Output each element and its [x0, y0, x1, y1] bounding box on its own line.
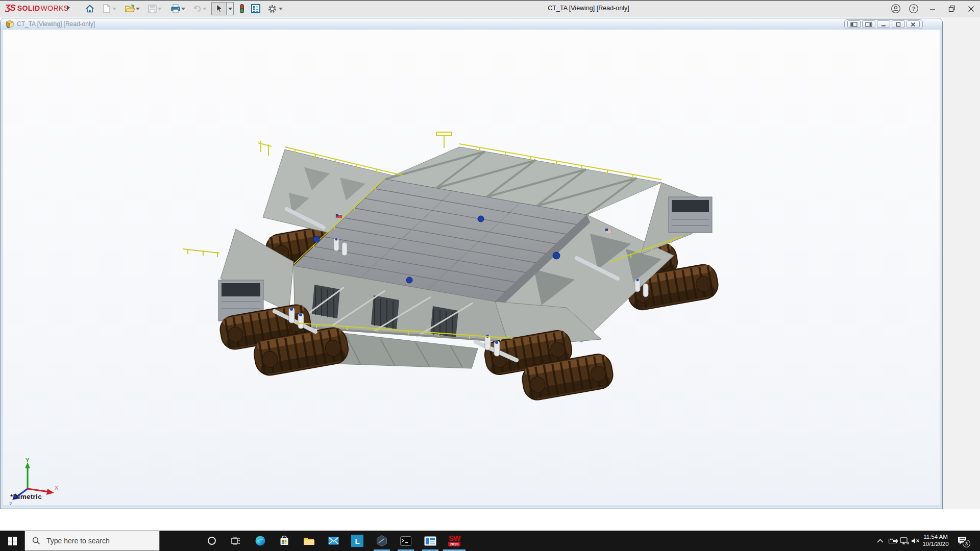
- open-icon[interactable]: [125, 4, 135, 14]
- clock[interactable]: 11:54 AM 10/1/2020: [921, 533, 950, 547]
- print-caret-icon[interactable]: [181, 7, 186, 11]
- app-background-right: [943, 18, 980, 509]
- command-prompt-icon[interactable]: [394, 531, 418, 551]
- select-tool-caret-icon[interactable]: [227, 2, 234, 15]
- window-top-edge: [0, 0, 980, 1]
- document-window-buttons: [844, 19, 923, 29]
- start-button[interactable]: [0, 531, 24, 551]
- document-titlebar[interactable]: CT_TA [Viewing] [Read-only]: [1, 18, 942, 30]
- store-icon[interactable]: [272, 531, 297, 551]
- app-window-title: CT_TA [Viewing] [Read-only]: [525, 5, 652, 12]
- search-input[interactable]: [45, 536, 148, 545]
- hexagon-app-icon[interactable]: [370, 531, 394, 551]
- network-display-icon[interactable]: [898, 531, 911, 551]
- solidworks-2020-icon[interactable]: SW 2020: [442, 531, 467, 551]
- restore-button[interactable]: [945, 2, 959, 15]
- document-window: CT_TA [Viewing] [Read-only]: [0, 18, 943, 509]
- task-view-icon[interactable]: [224, 531, 248, 551]
- collapse-left-pane-button[interactable]: [847, 20, 861, 28]
- undo-caret-icon[interactable]: [202, 7, 207, 11]
- tray-date: 10/1/2020: [921, 540, 950, 547]
- help-icon[interactable]: ?: [907, 2, 920, 15]
- volume-muted-icon[interactable]: [910, 531, 922, 551]
- view-orientation-label: *Dimetric: [10, 493, 42, 500]
- sw-version-badge: 2020: [448, 542, 460, 546]
- select-tool-button[interactable]: [211, 2, 227, 15]
- doc-restore-button[interactable]: [892, 20, 905, 28]
- battery-icon[interactable]: [887, 531, 899, 551]
- document-title: CT_TA [Viewing] [Read-only]: [17, 20, 95, 28]
- cortana-icon[interactable]: [200, 531, 224, 551]
- app-background-bottom: [0, 510, 980, 531]
- mail-icon[interactable]: [321, 531, 346, 551]
- triad-z-label: Z: [9, 502, 12, 505]
- account-icon[interactable]: [889, 2, 902, 15]
- performance-lights-icon[interactable]: [237, 4, 247, 14]
- logo-flyout-arrow-icon[interactable]: [67, 5, 70, 10]
- labview-icon[interactable]: L: [345, 531, 370, 551]
- save-caret-icon[interactable]: [157, 7, 162, 11]
- report-table-icon[interactable]: [251, 4, 261, 14]
- window-app-icon[interactable]: [418, 531, 443, 551]
- svg-text:?: ?: [912, 6, 916, 12]
- hidden-icons-chevron[interactable]: [874, 531, 886, 551]
- notification-count-badge: 3: [963, 540, 970, 547]
- graphics-viewport[interactable]: Y X Z *Dimetric: [3, 30, 940, 505]
- triad-x-label: X: [55, 485, 59, 491]
- close-button[interactable]: [964, 2, 977, 15]
- options-caret-icon[interactable]: [278, 7, 283, 11]
- tray-time: 11:54 AM: [921, 533, 950, 540]
- edge-icon[interactable]: [248, 531, 273, 551]
- expand-right-pane-button[interactable]: [862, 20, 875, 28]
- open-caret-icon[interactable]: [135, 7, 140, 11]
- brand-3ds-glyph: ƷS: [5, 3, 15, 13]
- minimize-button[interactable]: [926, 2, 939, 15]
- print-icon[interactable]: [170, 4, 181, 14]
- app-titlebar: ƷS SOLIDWORKS: [0, 0, 980, 17]
- assembly-document-icon: [6, 20, 14, 29]
- taskbar-search[interactable]: [24, 531, 160, 551]
- file-explorer-icon[interactable]: [297, 531, 321, 551]
- search-icon: [32, 537, 40, 545]
- doc-minimize-button[interactable]: [877, 20, 890, 28]
- solidworks-logo: ƷS SOLIDWORKS: [5, 3, 68, 13]
- doc-close-button[interactable]: [906, 20, 920, 28]
- undo-icon[interactable]: [192, 4, 202, 14]
- save-icon[interactable]: [147, 4, 157, 14]
- home-icon[interactable]: [85, 4, 95, 14]
- new-document-icon[interactable]: [102, 4, 112, 14]
- crawler-transporter-model: [3, 30, 940, 505]
- new-document-caret-icon[interactable]: [112, 7, 117, 11]
- windows-taskbar: L SW 2020: [0, 531, 980, 551]
- triad-y-label: Y: [26, 458, 30, 463]
- solidworks-screen: ƷS SOLIDWORKS: [0, 0, 980, 551]
- options-gear-icon[interactable]: [267, 4, 277, 14]
